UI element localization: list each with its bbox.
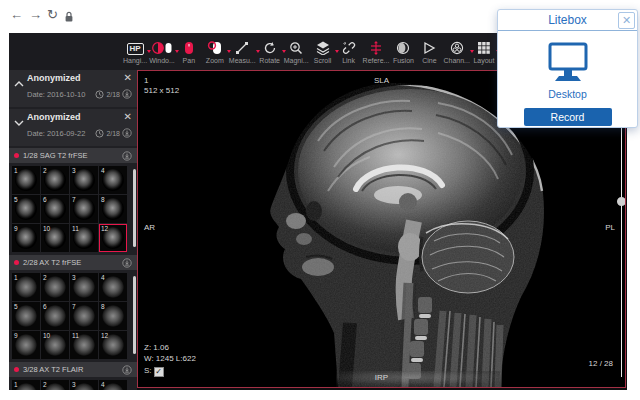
thumbnail-slice-6[interactable]: 6 — [41, 195, 69, 223]
frame-counter: 12 / 28 — [589, 359, 613, 369]
thumbnail-scrollbar[interactable] — [133, 276, 136, 354]
slice-number: 7 — [72, 196, 76, 203]
back-icon[interactable]: ← — [10, 7, 23, 23]
chevron-up-icon[interactable] — [14, 74, 24, 82]
slice-number: 5 — [14, 196, 18, 203]
slice-number: 6 — [43, 196, 47, 203]
patient-header-2[interactable]: Anonymized✕Date: 2016-09-222/18 — [9, 109, 137, 146]
tool-scroll[interactable]: Scroll — [311, 40, 335, 64]
thumbnail-slice-10[interactable]: 10 — [41, 331, 69, 359]
series-count: 2/18 — [106, 130, 120, 137]
series-row-3[interactable]: 3/28 AX T2 FLAIR — [9, 362, 137, 377]
reload-icon[interactable]: ↻ — [47, 7, 58, 23]
tool-label: Chann... — [443, 57, 469, 64]
tool-label: Layout — [473, 57, 494, 64]
tool-zoom[interactable]: Zoom — [203, 40, 227, 64]
orientation-right: PL — [605, 223, 615, 233]
series-row-2[interactable]: 2/28 AX T2 frFSE — [9, 255, 137, 270]
slice-number: 4 — [101, 381, 105, 388]
chevron-down-icon[interactable] — [14, 113, 24, 121]
tool-magnify[interactable]: Magni... — [284, 40, 309, 64]
thumbnail-slice-12[interactable]: 12 — [99, 331, 127, 359]
thumbnail-slice-7[interactable]: 7 — [70, 195, 98, 223]
tool-fusion[interactable]: Fusion — [391, 40, 415, 64]
orientation-left: AR — [144, 223, 155, 233]
tool-pan[interactable]: Pan — [177, 40, 201, 64]
tool-layout[interactable]: Layout — [472, 40, 496, 64]
viewport-scrollbar[interactable] — [621, 87, 622, 377]
record-button[interactable]: Record — [524, 108, 612, 126]
download-icon[interactable] — [122, 147, 132, 165]
tool-label: Hangi... — [123, 57, 147, 64]
rotate-icon — [263, 40, 277, 55]
thumbnail-slice-4[interactable]: 4 — [99, 380, 127, 390]
thumbnail-scrollbar[interactable] — [133, 169, 136, 247]
thumbnail-slice-6[interactable]: 6 — [41, 302, 69, 330]
thumbnail-slice-5[interactable]: 5 — [12, 195, 40, 223]
thumbnail-slice-7[interactable]: 7 — [70, 302, 98, 330]
thumbnail-slice-10[interactable]: 10 — [41, 224, 69, 252]
tool-hanging[interactable]: HPHangi... — [123, 40, 147, 64]
clock-icon — [95, 85, 104, 103]
download-icon[interactable] — [122, 124, 132, 142]
thumbnail-slice-8[interactable]: 8 — [99, 302, 127, 330]
sync-checkbox[interactable]: ✓ — [154, 367, 164, 377]
forward-icon[interactable]: → — [29, 7, 42, 23]
slice-number: 6 — [43, 303, 47, 310]
tool-link[interactable]: Link — [337, 40, 361, 64]
tool-channel[interactable]: Chann... — [443, 40, 469, 64]
thumbnail-slice-1[interactable]: 1 — [12, 380, 40, 390]
slice-number: 4 — [101, 167, 105, 174]
thumbnail-slice-4[interactable]: 4 — [99, 273, 127, 301]
thumbnail-slice-8[interactable]: 8 — [99, 195, 127, 223]
thumbnail-slice-4[interactable]: 4 — [99, 166, 127, 194]
tool-cine[interactable]: Cine — [417, 40, 441, 64]
download-icon[interactable] — [122, 85, 132, 103]
thumbnail-slice-5[interactable]: 5 — [12, 302, 40, 330]
download-icon[interactable] — [122, 361, 132, 379]
series-label: 3/28 AX T2 FLAIR — [23, 365, 83, 374]
thumbnail-slice-2[interactable]: 2 — [41, 273, 69, 301]
thumbnail-slice-2[interactable]: 2 — [41, 166, 69, 194]
thumbnail-slice-9[interactable]: 9 — [12, 224, 40, 252]
tool-rotate[interactable]: Rotate — [258, 40, 282, 64]
slice-preview — [73, 198, 95, 220]
close-study-icon[interactable]: ✕ — [124, 112, 132, 122]
link-icon — [342, 40, 356, 55]
thumbnail-slice-12[interactable]: 12 — [99, 224, 127, 252]
viewport-scrollbar-handle[interactable] — [617, 197, 626, 206]
thumbnail-grid-2: 123456789101112 — [9, 272, 137, 360]
thumbnail-slice-3[interactable]: 3 — [70, 166, 98, 194]
slice-preview — [15, 227, 37, 249]
windowing-icon — [152, 40, 172, 55]
tool-label: Pan — [183, 57, 195, 64]
slice-preview — [15, 198, 37, 220]
viewport-index: 1 — [144, 76, 148, 86]
tool-reference[interactable]: Refere... — [363, 40, 390, 64]
slice-preview — [102, 383, 124, 390]
close-icon[interactable]: ✕ — [618, 12, 635, 29]
tool-measure[interactable]: Measu... — [229, 40, 256, 64]
thumbnail-slice-1[interactable]: 1 — [12, 166, 40, 194]
download-icon[interactable] — [122, 254, 132, 272]
close-study-icon[interactable]: ✕ — [124, 73, 132, 83]
layout-icon — [477, 40, 491, 55]
thumbnail-slice-1[interactable]: 1 — [12, 273, 40, 301]
thumbnail-slice-9[interactable]: 9 — [12, 331, 40, 359]
lock-icon[interactable] — [64, 9, 74, 27]
tool-windowing[interactable]: Windo... — [149, 40, 175, 64]
slice-preview — [73, 383, 95, 390]
patient-header-1[interactable]: Anonymized✕Date: 2016-10-102/18 — [9, 70, 137, 107]
thumbnail-slice-3[interactable]: 3 — [70, 380, 98, 390]
thumbnail-slice-2[interactable]: 2 — [41, 380, 69, 390]
slice-preview — [15, 305, 37, 327]
slice-number: 9 — [14, 332, 18, 339]
thumbnail-slice-11[interactable]: 11 — [70, 331, 98, 359]
thumbnail-slice-3[interactable]: 3 — [70, 273, 98, 301]
litebox-header: Litebox ✕ — [498, 10, 637, 31]
thumbnail-slice-11[interactable]: 11 — [70, 224, 98, 252]
sync-label: S: — [144, 366, 152, 375]
slice-number: 3 — [72, 167, 76, 174]
series-label: 2/28 AX T2 frFSE — [23, 258, 81, 267]
series-row-1[interactable]: 1/28 SAG T2 frFSE — [9, 148, 137, 163]
